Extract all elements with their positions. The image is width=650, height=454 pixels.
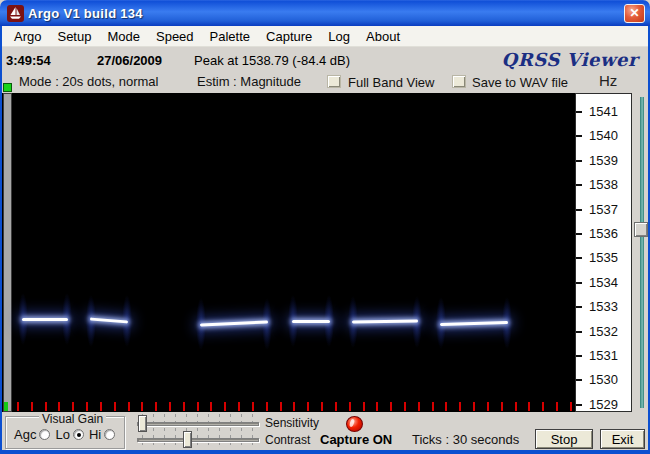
signal-dash bbox=[440, 321, 508, 326]
time-tick-30s bbox=[86, 402, 88, 411]
time-tick-30s bbox=[280, 402, 282, 411]
freq-label: 1541 bbox=[589, 104, 629, 119]
capture-status-label: Capture ON bbox=[320, 432, 392, 447]
slider-track bbox=[640, 97, 644, 408]
slider-tick-column bbox=[208, 414, 209, 447]
freq-tick bbox=[576, 160, 582, 162]
freq-tick bbox=[576, 209, 582, 211]
freq-tick bbox=[576, 306, 582, 308]
time-tick-30s bbox=[141, 402, 143, 411]
time-tick-30s bbox=[155, 402, 157, 411]
slider-tick-column bbox=[153, 414, 154, 447]
time-tick-30s bbox=[72, 402, 74, 411]
freq-tick bbox=[576, 184, 582, 186]
time-tick-30s bbox=[363, 402, 365, 411]
freq-label: 1532 bbox=[589, 324, 629, 339]
close-button[interactable]: ✕ bbox=[624, 4, 645, 23]
sensitivity-slider-thumb[interactable] bbox=[138, 415, 147, 432]
full-band-view-checkbox[interactable] bbox=[327, 75, 341, 88]
signal-dash bbox=[292, 320, 330, 323]
slider-tick-column bbox=[230, 414, 231, 447]
time-tick-30s bbox=[432, 402, 434, 411]
radio-lo[interactable] bbox=[73, 429, 84, 440]
time-tick-30s bbox=[459, 402, 461, 411]
menu-item-log[interactable]: Log bbox=[320, 28, 358, 45]
menu-item-setup[interactable]: Setup bbox=[49, 28, 99, 45]
time-tick-30s bbox=[487, 402, 489, 411]
time-tick-30s bbox=[404, 402, 406, 411]
time-tick-30s bbox=[114, 402, 116, 411]
frequency-scale: 1541154015391538153715361535153415331532… bbox=[575, 93, 632, 412]
date-display: 27/06/2009 bbox=[97, 53, 162, 68]
freq-label: 1529 bbox=[589, 397, 629, 412]
freq-label: 1537 bbox=[589, 202, 629, 217]
slider-tick-column bbox=[197, 414, 198, 447]
radio-agc[interactable] bbox=[39, 429, 50, 440]
title-bar[interactable]: Argo V1 build 134 ✕ bbox=[0, 0, 650, 26]
freq-tick bbox=[576, 355, 582, 357]
slider-tick-column bbox=[241, 414, 242, 447]
menu-item-argo[interactable]: Argo bbox=[6, 28, 49, 45]
qrss-viewer-logo: QRSS Viewer bbox=[502, 49, 638, 70]
freq-tick bbox=[576, 233, 582, 235]
freq-tick bbox=[576, 135, 582, 137]
capture-led-red bbox=[346, 416, 363, 432]
time-tick-30s bbox=[321, 402, 323, 411]
info-bar: Mode : 20s dots, normal Estim : Magnitud… bbox=[2, 72, 648, 93]
signal-dash bbox=[200, 321, 268, 327]
contrast-slider-track[interactable] bbox=[137, 438, 259, 442]
contrast-label: Contrast bbox=[265, 433, 310, 447]
freq-label: 1538 bbox=[589, 177, 629, 192]
sailboat-app-icon bbox=[7, 5, 24, 22]
time-tick-30s bbox=[473, 402, 475, 411]
time-tick-30s bbox=[556, 402, 558, 411]
sensitivity-slider-track[interactable] bbox=[137, 422, 259, 426]
spectrogram-display[interactable] bbox=[2, 93, 575, 412]
menu-item-speed[interactable]: Speed bbox=[148, 28, 202, 45]
frequency-offset-slider[interactable] bbox=[634, 95, 648, 412]
time-tick-30s bbox=[238, 402, 240, 411]
menu-item-capture[interactable]: Capture bbox=[258, 28, 320, 45]
sensitivity-label: Sensitivity bbox=[265, 416, 319, 430]
radio-hi[interactable] bbox=[104, 429, 115, 440]
time-tick-30s bbox=[528, 402, 530, 411]
menu-bar: ArgoSetupModeSpeedPaletteCaptureLogAbout bbox=[2, 26, 648, 47]
freq-tick bbox=[576, 111, 582, 113]
freq-label: 1536 bbox=[589, 226, 629, 241]
time-tick-30s bbox=[224, 402, 226, 411]
time-tick-30s bbox=[31, 402, 33, 411]
menu-item-palette[interactable]: Palette bbox=[202, 28, 258, 45]
time-tick-30s bbox=[542, 402, 544, 411]
activity-led-green bbox=[3, 83, 12, 92]
time-tick-30s bbox=[307, 402, 309, 411]
mode-status: Mode : 20s dots, normal bbox=[19, 74, 158, 89]
time-tick-30s bbox=[210, 402, 212, 411]
slider-tick-column bbox=[252, 414, 253, 447]
time-tick-30s bbox=[45, 402, 47, 411]
freq-tick bbox=[576, 404, 582, 406]
time-tick-30s bbox=[293, 402, 295, 411]
scan-position-marker bbox=[4, 402, 8, 411]
freq-label: 1530 bbox=[589, 372, 629, 387]
slider-tick-column bbox=[164, 414, 165, 447]
ticks-interval-label: Ticks : 30 seconds bbox=[412, 432, 519, 447]
time-tick-30s bbox=[128, 402, 130, 411]
freq-label: 1540 bbox=[589, 128, 629, 143]
menu-item-about[interactable]: About bbox=[358, 28, 408, 45]
control-panel: Visual Gain AgcLoHi Sensitivity Contrast… bbox=[2, 413, 648, 450]
slider-thumb[interactable] bbox=[634, 222, 648, 237]
hz-unit-label: Hz bbox=[599, 72, 617, 89]
signal-dash bbox=[352, 320, 418, 324]
save-to-wav-checkbox[interactable] bbox=[452, 75, 466, 88]
contrast-slider-thumb[interactable] bbox=[183, 431, 192, 448]
freq-label: 1534 bbox=[589, 275, 629, 290]
radio-label-agc: Agc bbox=[14, 427, 36, 442]
time-tick-30s bbox=[58, 402, 60, 411]
exit-button[interactable]: Exit bbox=[600, 429, 645, 449]
menu-item-mode[interactable]: Mode bbox=[99, 28, 148, 45]
time-tick-30s bbox=[418, 402, 420, 411]
time-tick-30s bbox=[17, 402, 19, 411]
time-tick-30s bbox=[100, 402, 102, 411]
freq-label: 1533 bbox=[589, 299, 629, 314]
stop-button[interactable]: Stop bbox=[535, 429, 593, 449]
